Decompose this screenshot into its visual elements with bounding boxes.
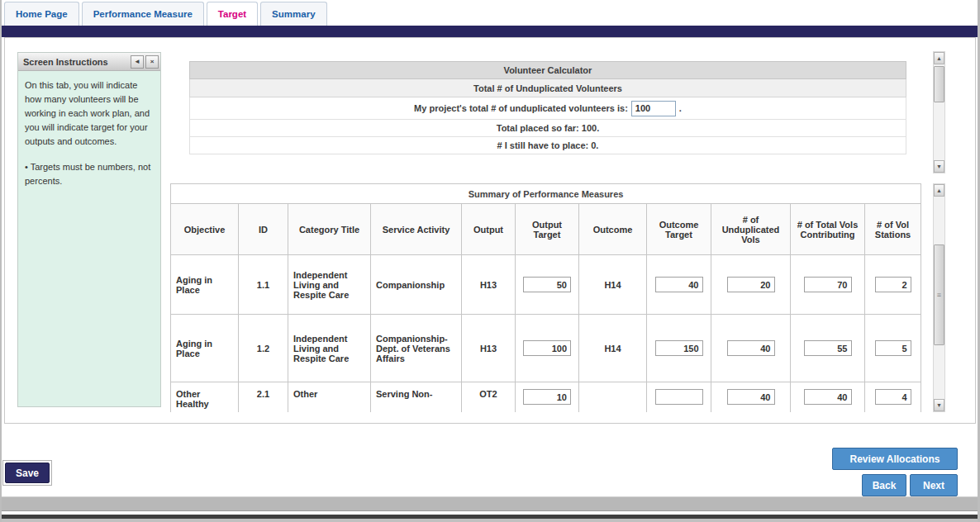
tab-summary[interactable]: Summary [260, 2, 326, 26]
total-vols-input[interactable] [804, 277, 852, 292]
total-vols-input[interactable] [804, 340, 852, 356]
close-icon: × [150, 58, 155, 65]
cell-category: Independent Living and Respite Care [288, 255, 371, 315]
calculator-scrollbar: ▲ ▼ [933, 51, 945, 173]
collapse-panel-button[interactable]: ◄ [131, 55, 144, 69]
cell-outcome: H14 [579, 255, 647, 315]
tab-performance-measure[interactable]: Performance Measure [82, 2, 204, 26]
cell-activity: Companionship-Dept. of Veterans Affairs [371, 315, 462, 382]
output-target-input[interactable] [523, 277, 571, 292]
scroll-down-button[interactable]: ▼ [934, 399, 944, 411]
unduplicated-vols-input[interactable] [727, 340, 775, 356]
calculator-title: Volunteer Calculator [189, 61, 906, 79]
down-arrow-icon: ▼ [936, 164, 942, 169]
tab-home-page[interactable]: Home Page [4, 2, 79, 26]
col-category-title: Category Title [288, 204, 371, 255]
screen-instructions-panel: Screen Instructions ◄ × On this tab, you… [17, 52, 161, 407]
cell-category: Other [288, 382, 371, 413]
down-arrow-icon: ▼ [936, 402, 942, 408]
cell-output: H13 [462, 255, 516, 315]
cell-id: 1.2 [239, 315, 288, 382]
tab-bar: Home Page Performance Measure Target Sum… [2, 0, 978, 26]
next-button[interactable]: Next [910, 474, 958, 496]
cell-objective: Aging in Place [171, 255, 239, 315]
performance-measures-table: Summary of Performance Measures Objectiv… [170, 183, 921, 412]
cell-id: 2.1 [239, 382, 288, 413]
scrollbar-track[interactable] [934, 64, 944, 160]
col-outcome: Outcome [579, 204, 647, 255]
unduplicated-vols-input[interactable] [727, 277, 775, 292]
cell-output: H13 [462, 315, 516, 382]
scroll-down-button[interactable]: ▼ [934, 160, 944, 173]
col-output: Output [462, 204, 516, 255]
bottom-strip [0, 519, 980, 522]
summary-table-title: Summary of Performance Measures [171, 184, 921, 204]
scroll-up-button[interactable]: ▲ [934, 52, 944, 64]
cell-activity: Serving Non- [371, 382, 462, 413]
unduplicated-volunteers-input[interactable] [631, 101, 676, 116]
up-arrow-icon: ▲ [936, 187, 942, 193]
window-left-edge [0, 0, 2, 522]
col-id: ID [239, 204, 288, 255]
screen-instructions-header: Screen Instructions ◄ × [18, 53, 160, 71]
scrollbar-track[interactable]: ≡ [934, 197, 944, 399]
table-row: Other Healthy 2.1 Other Serving Non- OT2 [171, 382, 921, 413]
output-target-input[interactable] [523, 340, 571, 356]
cell-objective: Aging in Place [171, 315, 239, 382]
calculator-input-label: My project's total # of unduplicated vol… [414, 103, 628, 113]
summary-scrollbar: ▲ ≡ ▼ [933, 183, 945, 412]
save-button-frame: Save [2, 460, 52, 486]
total-placed-text: Total placed so far: 100. [189, 120, 906, 137]
screen-instructions-body: On this tab, you will indicate how many … [18, 71, 160, 196]
vol-stations-input[interactable] [875, 277, 911, 292]
col-output-target: Output Target [516, 204, 579, 255]
total-vols-input[interactable] [804, 389, 852, 405]
volunteer-calculator-panel: Volunteer Calculator Total # of Unduplic… [170, 51, 945, 173]
scroll-up-button[interactable]: ▲ [934, 184, 944, 197]
cell-outcome: H14 [579, 315, 647, 382]
cell-id: 1.1 [239, 255, 288, 315]
main-content: Screen Instructions ◄ × On this tab, you… [4, 37, 976, 424]
vol-stations-input[interactable] [875, 340, 911, 356]
col-service-activity: Service Activity [371, 204, 462, 255]
calculator-subtitle: Total # of Unduplicated Volunteers [189, 79, 906, 97]
instructions-paragraph: On this tab, you will indicate how many … [25, 78, 154, 149]
col-total-vols-contributing: # of Total Vols Contributing [791, 204, 865, 255]
outcome-target-input[interactable] [655, 277, 703, 292]
cell-category: Independent Living and Respite Care [288, 315, 371, 382]
output-target-input[interactable] [523, 389, 571, 405]
outcome-target-input[interactable] [655, 389, 703, 405]
back-button[interactable]: Back [862, 474, 906, 496]
scrollbar-thumb[interactable]: ≡ [934, 244, 944, 345]
still-to-place-text: # I still have to place: 0. [189, 137, 906, 154]
table-header-row: Objective ID Category Title Service Acti… [171, 204, 921, 255]
up-arrow-icon: ▲ [936, 55, 942, 61]
col-outcome-target: Outcome Target [647, 204, 711, 255]
volunteer-calculator-table: Volunteer Calculator Total # of Unduplic… [189, 61, 906, 154]
instructions-note: • Targets must be numbers, not percents. [25, 160, 154, 188]
cell-outcome [579, 382, 647, 413]
table-row: Aging in Place 1.2 Independent Living an… [171, 315, 921, 382]
cell-output: OT2 [462, 382, 516, 413]
cell-objective: Other Healthy [171, 382, 239, 413]
col-vol-stations: # of Vol Stations [865, 204, 921, 255]
cell-activity: Companionship [371, 255, 462, 315]
calculator-input-row: My project's total # of unduplicated vol… [189, 97, 906, 120]
save-button[interactable]: Save [5, 463, 50, 483]
performance-measures-panel: Summary of Performance Measures Objectiv… [170, 183, 945, 412]
screen-instructions-title: Screen Instructions [23, 57, 129, 67]
col-unduplicated-vols: # of Unduplicated Vols [711, 204, 791, 255]
scrollbar-thumb[interactable] [934, 66, 944, 102]
col-objective: Objective [171, 204, 239, 255]
tab-target[interactable]: Target [207, 2, 258, 26]
unduplicated-vols-input[interactable] [727, 389, 775, 405]
calculator-input-suffix: . [679, 103, 682, 113]
status-bar [0, 496, 980, 511]
vol-stations-input[interactable] [875, 389, 911, 405]
close-panel-button[interactable]: × [145, 55, 159, 69]
thumb-grip-icon: ≡ [937, 292, 941, 297]
header-divider-bar [0, 26, 980, 37]
outcome-target-input[interactable] [655, 340, 703, 356]
left-arrow-icon: ◄ [134, 58, 140, 65]
review-allocations-button[interactable]: Review Allocations [832, 448, 958, 470]
